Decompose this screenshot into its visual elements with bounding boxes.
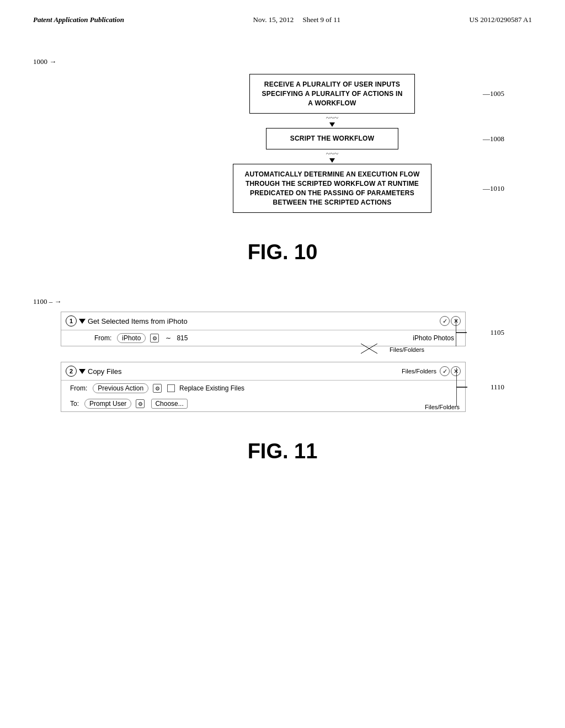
from-label-2: From: — [70, 384, 87, 392]
files-folders-1-label: Files/Folders — [390, 346, 424, 353]
node-1005-container: RECEIVE A PLURALITY OF USER INPUTS SPECI… — [132, 74, 532, 114]
fig11-diagram-label: 1100 – → — [33, 297, 62, 306]
ref-1110-label: 1110 — [491, 383, 504, 392]
panel-1110-to-row: To: Prompt User ⚙ Choose... Files/Folder… — [61, 396, 465, 411]
fig10-caption: FIG. 10 — [33, 240, 532, 264]
previous-action-pill[interactable]: Previous Action — [93, 383, 148, 393]
page-header: Patent Application Publication Nov. 15, … — [0, 0, 565, 24]
panel-1110: 2 Copy Files Files/Folders ✓ ✕ From: Pre… — [44, 362, 466, 412]
node-1010-container: AUTOMATICALLY DETERMINE AN EXECUTION FLO… — [132, 164, 532, 213]
fig10-diagram-label: 1000 → — [33, 57, 56, 66]
panel-1105-header-row: 1 Get Selected Items from iPhoto ✓ ✕ — [61, 312, 465, 330]
ref-1105: 1105 — [456, 312, 504, 353]
header-date: Nov. 15, 2012 — [253, 15, 294, 24]
files-folders-cross-label: Files/Folders — [44, 346, 424, 353]
count-badge: 815 — [177, 334, 188, 342]
checkmark-icon-2[interactable]: ✓ — [440, 366, 450, 376]
choose-button[interactable]: Choose... — [151, 399, 187, 409]
to-label: To: — [70, 400, 79, 408]
files-folders-2-label: Files/Folders — [402, 368, 436, 374]
cross-lines-svg — [361, 344, 394, 355]
step-number-1: 1 — [66, 315, 77, 326]
gear-icon-2[interactable]: ⚙ — [153, 384, 162, 393]
flowbox-1005: RECEIVE A PLURALITY OF USER INPUTS SPECI… — [249, 74, 415, 114]
panel-1105: 1 Get Selected Items from iPhoto ✓ ✕ Fro… — [44, 312, 466, 353]
step-number-2: 2 — [66, 366, 77, 377]
panel-1110-icons: Files/Folders ✓ ✕ — [402, 366, 461, 376]
iphoto-photos-label: iPhoto Photos — [413, 334, 454, 342]
node-1008-container: SCRIPT THE WORKFLOW —1008 — [132, 128, 532, 149]
bracket-1105-svg — [456, 316, 489, 349]
dropdown-triangle-1[interactable] — [79, 319, 86, 324]
flowbox-1008: SCRIPT THE WORKFLOW — [266, 128, 398, 149]
node-1005-label: —1005 — [483, 89, 504, 98]
panel-1105-group: 1 Get Selected Items from iPhoto ✓ ✕ Fro… — [61, 312, 466, 346]
header-sheet: Sheet 9 of 11 — [302, 15, 340, 24]
checkmark-icon-1[interactable]: ✓ — [440, 316, 450, 326]
dest-files-folders-label: Files/Folders — [425, 404, 460, 410]
panel-1105-title: Get Selected Items from iPhoto — [88, 317, 440, 325]
header-date-sheet: Nov. 15, 2012 Sheet 9 of 11 — [253, 15, 340, 24]
panel-1110-group: 2 Copy Files Files/Folders ✓ ✕ From: Pre… — [61, 362, 466, 412]
dropdown-triangle-2[interactable] — [79, 369, 86, 374]
replace-files-label: Replace Existing Files — [179, 384, 244, 392]
fig11-section: 1100 – → 1 Get Selected Items from iPhot… — [0, 297, 565, 463]
arrow-1005-1008: ~~~ — [326, 115, 339, 127]
arrow-1008-1010: ~~~ — [326, 151, 339, 163]
panel-1110-title: Copy Files — [88, 367, 402, 376]
fig11-caption: FIG. 11 — [33, 440, 532, 463]
ref-1105-label: 1105 — [490, 328, 504, 337]
panel-1110-header-row: 2 Copy Files Files/Folders ✓ ✕ — [61, 362, 465, 381]
header-patent-number: US 2012/0290587 A1 — [470, 15, 532, 24]
gear-icon-1[interactable]: ⚙ — [150, 334, 159, 342]
fig10-section: 1000 → RECEIVE A PLURALITY OF USER INPUT… — [0, 57, 565, 264]
node-1008-label: —1008 — [483, 135, 504, 143]
ref-1110: 1110 — [456, 362, 504, 412]
from-value-1[interactable]: iPhoto — [117, 333, 146, 343]
checkbox-icon[interactable] — [167, 384, 175, 392]
flowbox-1010: AUTOMATICALLY DETERMINE AN EXECUTION FLO… — [233, 164, 431, 213]
prompt-user-pill[interactable]: Prompt User — [84, 399, 131, 409]
from-label-1: From: — [94, 334, 111, 342]
header-publication-type: Patent Application Publication — [33, 15, 124, 24]
panel-1105-from-row: From: iPhoto ⚙ ∼ 815 iPhoto Photos — [61, 330, 465, 346]
node-1010-label: —1010 — [483, 184, 504, 193]
bracket-1110-svg — [456, 365, 489, 409]
fig10-flowchart: RECEIVE A PLURALITY OF USER INPUTS SPECI… — [132, 57, 532, 213]
panel-1110-from-row: From: Previous Action ⚙ Replace Existing… — [61, 381, 465, 396]
gear-icon-3[interactable]: ⚙ — [136, 399, 145, 408]
